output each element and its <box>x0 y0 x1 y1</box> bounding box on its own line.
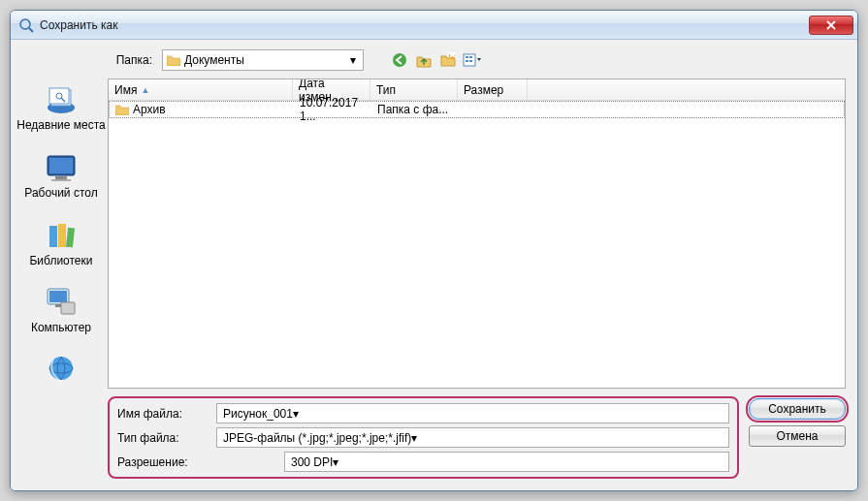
filetype-label: Тип файла: <box>117 431 210 445</box>
svg-rect-27 <box>469 60 472 62</box>
list-item[interactable]: Архив 10.07.2017 1... Папка с фа... <box>109 101 845 118</box>
place-label: Компьютер <box>31 322 91 335</box>
close-button[interactable] <box>809 16 853 35</box>
resolution-combo[interactable]: 300 DPI ▾ <box>284 452 729 472</box>
item-name: Архив <box>133 103 166 116</box>
back-button[interactable] <box>389 49 410 71</box>
svg-rect-4 <box>49 88 69 104</box>
filename-label: Имя файла: <box>117 407 210 421</box>
recent-icon <box>42 82 80 117</box>
svg-rect-24 <box>466 56 468 58</box>
window-title: Сохранить как <box>40 18 809 32</box>
folder-icon <box>167 54 180 66</box>
item-type: Папка с фа... <box>377 103 448 116</box>
places-bar: Недавние места Рабочий стол Библиотеки К… <box>15 47 108 479</box>
folder-combo[interactable]: Документы ▾ <box>162 49 364 71</box>
svg-rect-8 <box>49 158 73 173</box>
libraries-icon <box>42 218 80 253</box>
file-fields: Имя файла: Рисунок_001 ▾ Тип файла: JPEG… <box>108 396 739 479</box>
item-date: 10.07.2017 1... <box>300 96 366 123</box>
svg-text:★: ★ <box>447 52 457 61</box>
list-header: Имя▲ Дата измен... Тип Размер <box>109 79 845 101</box>
svg-rect-10 <box>51 179 71 181</box>
sort-asc-icon: ▲ <box>141 85 149 95</box>
svg-rect-13 <box>66 227 75 247</box>
svg-rect-26 <box>466 60 468 62</box>
chevron-down-icon: ▾ <box>333 455 338 469</box>
cancel-button[interactable]: Отмена <box>749 425 846 447</box>
folder-icon <box>115 104 129 115</box>
computer-icon <box>42 285 80 320</box>
svg-rect-17 <box>55 304 61 307</box>
svg-rect-25 <box>469 56 472 58</box>
view-menu-button[interactable] <box>462 49 483 71</box>
place-label: Библиотеки <box>29 255 92 268</box>
place-computer[interactable]: Компьютер <box>31 285 91 335</box>
place-label: Недавние места <box>16 119 105 133</box>
col-type[interactable]: Тип <box>370 79 458 100</box>
col-name[interactable]: Имя▲ <box>109 79 293 100</box>
resolution-label: Разрешение: <box>117 455 210 469</box>
svg-rect-11 <box>49 226 57 247</box>
folder-label: Папка: <box>108 53 156 67</box>
place-desktop[interactable]: Рабочий стол <box>24 150 97 201</box>
svg-rect-16 <box>61 302 75 314</box>
save-button[interactable]: Сохранить <box>749 398 846 420</box>
new-folder-button[interactable]: ★ <box>437 49 459 71</box>
app-icon <box>18 17 34 33</box>
col-size[interactable]: Размер <box>458 79 528 100</box>
place-recent[interactable]: Недавние места <box>16 82 105 133</box>
filename-input[interactable]: Рисунок_001 ▾ <box>216 403 729 423</box>
place-label: Рабочий стол <box>24 187 97 201</box>
place-network[interactable] <box>42 353 80 388</box>
chevron-down-icon: ▾ <box>345 52 361 68</box>
network-icon <box>42 353 80 388</box>
svg-rect-9 <box>55 176 67 179</box>
place-libraries[interactable]: Библиотеки <box>29 218 92 268</box>
chevron-down-icon: ▾ <box>411 431 417 445</box>
desktop-icon <box>42 150 80 185</box>
filetype-combo[interactable]: JPEG-файлы (*.jpg;*.jpeg;*.jpe;*.jfif) ▾ <box>216 427 729 448</box>
svg-rect-15 <box>49 291 67 302</box>
chevron-down-icon: ▾ <box>293 407 299 421</box>
folder-value: Документы <box>184 53 244 67</box>
save-as-dialog: Сохранить как Недавние места Рабочий сто… <box>10 10 858 491</box>
file-list[interactable]: Имя▲ Дата измен... Тип Размер Архив 10.0… <box>108 78 846 389</box>
up-button[interactable] <box>413 49 434 71</box>
titlebar[interactable]: Сохранить как <box>11 11 857 40</box>
svg-point-20 <box>393 53 406 67</box>
svg-point-0 <box>20 19 30 29</box>
svg-line-1 <box>29 28 33 32</box>
svg-rect-12 <box>58 224 66 247</box>
